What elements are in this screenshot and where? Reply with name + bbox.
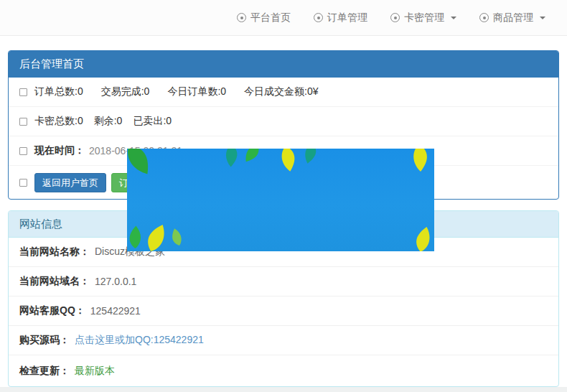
leaf-icon: [127, 149, 157, 177]
stat-remaining: 剩余:0: [94, 115, 123, 128]
stat-sold: 已卖出:0: [133, 115, 172, 128]
buy-source-row: 购买源码： 点击这里或加QQ:125422921: [9, 326, 558, 355]
top-navbar: 平台首页 订单管理 卡密管理 商品管理: [0, 0, 567, 36]
chevron-down-icon: [451, 17, 456, 19]
site-name-label: 当前网站名称：: [19, 246, 90, 258]
order-stats-row: 订单总数:0 交易完成:0 今日订单数:0 今日成交金额:0¥: [9, 78, 558, 107]
circle-dot-icon: [479, 13, 489, 22]
admin-panel-title: 后台管理首页: [9, 51, 558, 78]
site-domain-label: 当前网站域名：: [19, 275, 90, 288]
nav-label: 平台首页: [250, 11, 291, 24]
card-stats-row: 卡密总数:0 剩余:0 已卖出:0: [9, 107, 558, 136]
nav-product-management[interactable]: 商品管理: [479, 11, 545, 24]
leaf-icon: [407, 224, 434, 251]
leaf-icon: [403, 149, 434, 174]
square-icon: [19, 147, 27, 155]
stat-completed: 交易完成:0: [101, 85, 150, 98]
service-qq-row: 网站客服QQ： 125422921: [9, 297, 558, 326]
circle-dot-icon: [314, 13, 323, 22]
service-qq-value: 125422921: [90, 305, 141, 317]
site-domain-value: 127.0.0.1: [95, 276, 136, 287]
site-domain-row: 当前网站域名： 127.0.0.1: [9, 267, 558, 297]
square-icon: [19, 118, 27, 126]
stat-today-amount: 今日成交金额:0¥: [244, 85, 318, 98]
service-qq-label: 网站客服QQ：: [19, 304, 85, 317]
stat-total-orders: 订单总数:0: [34, 85, 83, 98]
time-label: 现在时间：: [34, 144, 85, 157]
leaf-icon: [217, 149, 245, 169]
admin-page: 平台首页 订单管理 卡密管理 商品管理 后台管理首页 订单总数:0 交易完成:0…: [0, 0, 567, 392]
check-update-label: 检查更新：: [19, 365, 70, 378]
square-icon: [19, 88, 27, 96]
leaf-icon: [298, 149, 323, 166]
buy-source-label: 购买源码：: [19, 334, 70, 347]
circle-dot-icon: [237, 13, 246, 22]
stat-today-orders: 今日订单数:0: [167, 85, 226, 98]
page-footer-strip: [0, 387, 567, 392]
leaf-icon: [242, 149, 263, 164]
censored-image-overlay: [127, 149, 434, 251]
nav-order-management[interactable]: 订单管理: [314, 11, 367, 24]
nav-label: 订单管理: [327, 11, 367, 24]
nav-label: 卡密管理: [404, 11, 444, 24]
buy-source-link[interactable]: 点击这里或加QQ:125422921: [75, 334, 204, 347]
square-icon: [19, 179, 27, 187]
nav-platform-home[interactable]: 平台首页: [237, 11, 291, 24]
latest-version-link[interactable]: 最新版本: [75, 365, 115, 378]
stat-total-cards: 卡密总数:0: [34, 115, 83, 128]
back-to-user-home-button[interactable]: 返回用户首页: [34, 173, 106, 192]
chevron-down-icon: [540, 17, 545, 19]
nav-label: 商品管理: [493, 11, 533, 24]
circle-dot-icon: [390, 13, 400, 22]
nav-card-management[interactable]: 卡密管理: [390, 11, 456, 24]
check-update-row: 检查更新： 最新版本: [9, 355, 558, 386]
